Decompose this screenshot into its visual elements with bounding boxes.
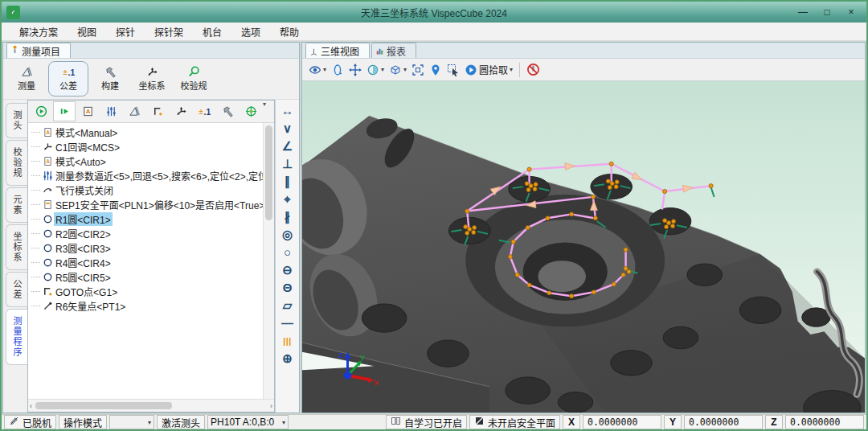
- close-button[interactable]: ×: [841, 5, 862, 19]
- tree-item-9[interactable]: R4圆<CIR4>: [30, 255, 263, 269]
- tree-item-3[interactable]: 测量参数逼近<5>,回退<5>,搜索<6>,定位<2>,定位加<2>,测量·: [30, 168, 263, 183]
- offline-label: 已脱机: [23, 416, 51, 429]
- sidebar-tab-3[interactable]: 坐标系: [6, 224, 27, 270]
- sidebar-tab-0[interactable]: 测头: [6, 103, 27, 138]
- tree-vertical-scrollbar[interactable]: [263, 123, 274, 399]
- scroll-thumb[interactable]: [35, 402, 172, 409]
- run-icon: [35, 105, 47, 117]
- fit-icon: [411, 64, 424, 76]
- operation-mode-select[interactable]: ▾: [109, 415, 154, 429]
- tree-horizontal-scrollbar[interactable]: ‹›: [28, 399, 274, 412]
- active-probe-select[interactable]: PH10T A:0,B:0 ▾: [207, 415, 289, 429]
- symmetry-icon[interactable]: |||: [278, 332, 297, 349]
- run-button[interactable]: [30, 101, 52, 121]
- menu-item-2[interactable]: 探针: [106, 25, 145, 39]
- tree-item-12[interactable]: R6矢量点<PT1>: [30, 298, 263, 313]
- angularity-icon[interactable]: ∦: [278, 208, 297, 225]
- maximize-button[interactable]: □: [817, 5, 837, 19]
- safety-plane-status: 未开启安全平面: [469, 415, 560, 429]
- parallelism-icon[interactable]: ∥: [278, 173, 297, 190]
- menu-item-1[interactable]: 视图: [68, 25, 106, 39]
- tolerance-button[interactable]: ±.1公差: [48, 61, 88, 96]
- menu-item-3[interactable]: 探针架: [145, 25, 193, 39]
- tab-measure-project[interactable]: 测量项目: [6, 43, 71, 58]
- tree-item-8[interactable]: R3圆<CIR3>: [30, 240, 263, 255]
- tree-item-7[interactable]: R2圆<CIR2>: [30, 226, 263, 240]
- sidebar-tab-2[interactable]: 元素: [6, 187, 27, 223]
- view-cube-button[interactable]: ▾: [389, 60, 407, 79]
- menu-item-6[interactable]: 帮助: [270, 25, 309, 39]
- orbit-button[interactable]: [331, 60, 344, 79]
- coord-axis-Z: Z: [765, 415, 783, 429]
- measure-button[interactable]: 测量: [6, 61, 47, 96]
- render-style-button[interactable]: ▾: [366, 60, 384, 79]
- coord-axis-Y: Y: [664, 415, 682, 429]
- flatness-icon[interactable]: ▱: [278, 297, 297, 314]
- pan-button[interactable]: [349, 60, 362, 79]
- tab-report[interactable]: 报表: [371, 43, 416, 58]
- tree-item-6[interactable]: R1圆<CIR1>: [30, 211, 263, 226]
- tree-item-5[interactable]: SEP1安全平面<PLN1>偏移<10>是否启用<True>: [30, 197, 263, 211]
- probe-nav-button[interactable]: [240, 101, 262, 121]
- distance-icon[interactable]: ↔: [278, 102, 297, 119]
- auto-label-button[interactable]: A: [76, 101, 99, 121]
- coordsys-button[interactable]: 坐标系: [132, 61, 172, 96]
- sidebar-tab-4[interactable]: 公差: [6, 272, 27, 307]
- chevron-down-icon: ▾: [381, 66, 384, 73]
- position-icon[interactable]: ⌖: [278, 191, 297, 207]
- probe-stop-button[interactable]: [526, 60, 540, 79]
- scroll-thumb[interactable]: [265, 125, 272, 220]
- sidebar-tab-5[interactable]: 测量程序: [6, 309, 27, 365]
- construct-icon: [222, 105, 234, 117]
- 3d-viewport[interactable]: Z Y X: [302, 81, 865, 413]
- perpendicularity-icon[interactable]: ⊥: [278, 155, 297, 172]
- angle-icon[interactable]: ∠: [278, 138, 297, 154]
- pan-icon: [349, 64, 362, 76]
- toolbar-overflow-button[interactable]: ▾: [263, 101, 272, 108]
- tab-3d-view[interactable]: 三维视图: [305, 43, 370, 58]
- straightness-icon[interactable]: —: [278, 314, 297, 331]
- menu-item-0[interactable]: 解决方案: [10, 25, 68, 39]
- tree-item-0[interactable]: A模式<Manual>: [30, 125, 263, 139]
- zoom-fit-button[interactable]: [411, 60, 424, 79]
- cube-icon: [389, 64, 402, 76]
- tree-item-1[interactable]: C1回调<MCS>: [30, 139, 263, 154]
- cylindricity-icon[interactable]: ⊖: [278, 261, 297, 278]
- tree-item-11[interactable]: GOTO点<G1>: [30, 284, 263, 298]
- visibility-button[interactable]: ▾: [309, 60, 326, 79]
- minimize-button[interactable]: —: [792, 5, 813, 19]
- runout-icon[interactable]: Θ: [278, 279, 297, 296]
- eye-icon: [309, 64, 321, 76]
- step-run-button[interactable]: [53, 101, 76, 121]
- locate-button[interactable]: [429, 60, 442, 79]
- measure-params-button[interactable]: [100, 101, 122, 121]
- gauge-button[interactable]: 校验规: [174, 61, 214, 96]
- svg-text:±: ±: [63, 68, 67, 76]
- tolerance-tool-button[interactable]: ±.1: [193, 101, 215, 121]
- tree-item-label: 测量参数逼近<5>,回退<5>,搜索<6>,定位<2>,定位加<2>,测量·: [54, 169, 274, 183]
- tolerance-icon: ±.1: [63, 66, 75, 78]
- tree-connector: [31, 146, 40, 147]
- pick-mode-button[interactable]: 圆拾取▾: [465, 60, 513, 79]
- toolbar-separator: [519, 63, 520, 77]
- coord-value-Y: 0.0000000: [684, 415, 763, 429]
- profile-icon[interactable]: ∨: [278, 120, 297, 137]
- coordsys-icon: [146, 66, 158, 78]
- coordsys-tool-button[interactable]: [170, 101, 192, 121]
- fly-icon: [42, 185, 54, 195]
- sidebar-tab-1[interactable]: 校验规: [6, 140, 27, 186]
- tree-item-10[interactable]: R5圆<CIR5>: [30, 269, 263, 284]
- construct-tool-button[interactable]: [216, 101, 239, 121]
- measure-tool-button[interactable]: [123, 101, 145, 121]
- self-learn-label: 自学习已开启: [404, 416, 462, 429]
- menu-item-4[interactable]: 机台: [193, 25, 231, 39]
- tree-item-2[interactable]: A模式<Auto>: [30, 154, 263, 168]
- circularity-icon[interactable]: ○: [278, 244, 297, 261]
- construct-button[interactable]: 构建: [90, 61, 130, 96]
- select-button[interactable]: [447, 60, 460, 79]
- menu-item-5[interactable]: 选项: [231, 25, 270, 39]
- goto-tool-button[interactable]: [146, 101, 169, 121]
- concentricity-icon[interactable]: ◎: [278, 226, 297, 243]
- tree-item-4[interactable]: 飞行模式关闭: [30, 183, 263, 197]
- total-runout-icon[interactable]: ⊕: [278, 350, 297, 367]
